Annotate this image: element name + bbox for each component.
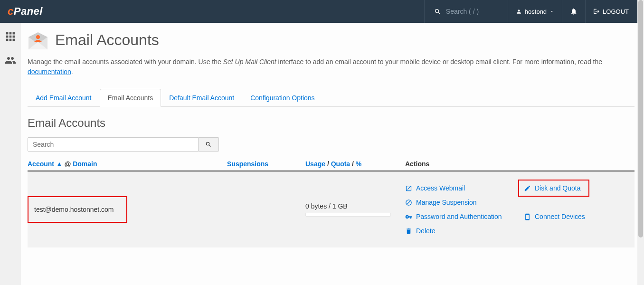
col-actions: Actions (405, 160, 635, 168)
access-webmail-button[interactable]: Access Webmail (405, 184, 524, 192)
sidebar (0, 23, 21, 285)
desc-mid: interface to add an email account to you… (276, 58, 602, 66)
svg-rect-0 (6, 32, 9, 35)
sort-indicator: ▲ (56, 160, 63, 168)
cpanel-logo[interactable]: cPanel (8, 5, 43, 18)
password-label: Password and Authentication (416, 213, 502, 220)
notifications-button[interactable] (562, 0, 585, 23)
search-icon (205, 141, 212, 148)
slash1: / (325, 160, 331, 168)
usage-text: 0 bytes / 1 GB (305, 202, 348, 210)
sort-account[interactable]: Account (28, 160, 54, 168)
svg-point-12 (36, 35, 40, 39)
page-title: Email Accounts (55, 31, 159, 49)
password-auth-button[interactable]: Password and Authentication (405, 213, 524, 220)
desc-italic: Set Up Mail Client (223, 58, 276, 66)
cell-actions: Access Webmail Disk and Quota Manage Sus… (405, 184, 635, 235)
sort-percent[interactable]: % (356, 160, 361, 168)
table-header: Account ▲ @ Domain Suspensions Usage / Q… (28, 160, 635, 171)
email-search-button[interactable] (199, 137, 219, 152)
manage-suspension-button[interactable]: Manage Suspension (405, 199, 524, 206)
tab-email-accounts[interactable]: Email Accounts (100, 89, 161, 107)
email-search-input[interactable] (28, 137, 199, 152)
desc-end: . (71, 68, 73, 76)
delete-button[interactable]: Delete (405, 227, 524, 235)
topbar-search-input[interactable] (441, 8, 498, 15)
svg-rect-7 (9, 39, 12, 41)
external-link-icon (405, 185, 412, 192)
key-icon (405, 213, 412, 220)
svg-rect-6 (6, 39, 9, 41)
page-description: Manage the email accounts associated wit… (28, 57, 635, 77)
svg-rect-1 (9, 32, 12, 35)
logo-c: c (8, 5, 14, 17)
bell-icon (570, 8, 578, 15)
svg-rect-4 (9, 36, 12, 38)
col-account: Account ▲ @ Domain (28, 160, 227, 168)
svg-rect-3 (6, 36, 9, 38)
svg-rect-5 (13, 36, 15, 38)
trash-icon (405, 228, 412, 235)
logo-text: Panel (14, 5, 43, 17)
scrollbar-thumb[interactable] (638, 0, 643, 238)
connect-devices-button[interactable]: Connect Devices (524, 213, 600, 220)
disk-label: Disk and Quota (535, 184, 581, 192)
desc-pre: Manage the email accounts associated wit… (28, 58, 223, 66)
tabs: Add Email Account Email Accounts Default… (28, 88, 635, 107)
table-row: test@demo.hostonnet.com 0 bytes / 1 GB A… (28, 171, 635, 247)
tab-add-email[interactable]: Add Email Account (28, 89, 100, 107)
ban-icon (405, 199, 412, 206)
users-icon[interactable] (5, 55, 16, 68)
delete-label: Delete (416, 227, 435, 235)
webmail-label: Access Webmail (416, 184, 465, 192)
connect-label: Connect Devices (535, 213, 585, 220)
tab-default-email[interactable]: Default Email Account (161, 89, 242, 107)
user-icon (516, 9, 522, 15)
col-usage: Usage / Quota / % (305, 160, 405, 168)
pencil-icon (524, 185, 531, 192)
col-suspensions: Suspensions (227, 160, 305, 168)
page-header: Email Accounts (28, 29, 635, 50)
svg-rect-8 (13, 39, 15, 41)
logout-button[interactable]: LOGOUT (585, 0, 636, 23)
tab-config-options[interactable]: Configuration Options (242, 89, 322, 107)
usage-bar (305, 213, 391, 217)
search-icon (434, 8, 441, 15)
logout-icon (593, 8, 600, 15)
svg-rect-2 (13, 32, 15, 35)
at-sign: @ (65, 160, 71, 168)
slash2: / (350, 160, 356, 168)
user-menu[interactable]: hostond (508, 0, 562, 23)
sort-domain[interactable]: Domain (73, 160, 97, 168)
apps-icon[interactable] (5, 31, 16, 44)
cell-usage: 0 bytes / 1 GB (305, 202, 405, 217)
logout-label: LOGOUT (603, 8, 629, 15)
sort-usage[interactable]: Usage (305, 160, 325, 168)
topbar: cPanel hostond LOGOUT (0, 0, 644, 23)
user-name: hostond (525, 8, 547, 15)
topbar-search[interactable] (424, 0, 508, 23)
chevron-down-icon (549, 9, 554, 14)
section-title: Email Accounts (28, 116, 635, 130)
disk-quota-button[interactable]: Disk and Quota (518, 180, 589, 197)
sort-suspensions[interactable]: Suspensions (227, 160, 268, 168)
email-accounts-icon (28, 31, 48, 50)
content-area: Email Accounts Manage the email accounts… (21, 23, 644, 285)
search-row (28, 137, 635, 152)
documentation-link[interactable]: documentation (28, 68, 71, 76)
email-value: test@demo.hostonnet.com (28, 196, 127, 223)
mobile-icon (524, 213, 531, 220)
cell-account: test@demo.hostonnet.com (28, 196, 227, 223)
scrollbar-track (637, 0, 644, 285)
suspension-label: Manage Suspension (416, 199, 477, 206)
sort-quota[interactable]: Quota (331, 160, 350, 168)
